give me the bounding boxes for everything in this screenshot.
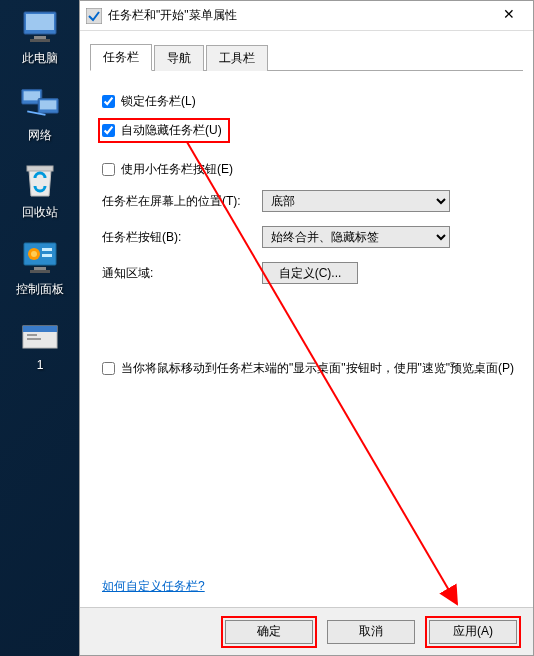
tab-toolbars[interactable]: 工具栏: [206, 45, 268, 71]
cancel-button[interactable]: 取消: [327, 620, 415, 644]
svg-rect-16: [30, 270, 50, 273]
autohide-taskbar-input[interactable]: [102, 124, 115, 137]
svg-rect-3: [30, 39, 50, 42]
peek-preview-checkbox[interactable]: 当你将鼠标移动到任务栏末端的"显示桌面"按钮时，使用"速览"预览桌面(P): [102, 360, 517, 377]
close-icon: ✕: [503, 6, 515, 22]
annotation-highlight-apply: 应用(A): [425, 616, 521, 648]
checkbox-label: 自动隐藏任务栏(U): [121, 122, 222, 139]
taskbar-position-select[interactable]: 底部: [262, 190, 450, 212]
taskbar-buttons-select[interactable]: 始终合并、隐藏标签: [262, 226, 450, 248]
svg-rect-13: [42, 248, 52, 251]
desktop-icon-label: 控制面板: [5, 281, 75, 298]
desktop-icon-label: 回收站: [5, 204, 75, 221]
peek-preview-input[interactable]: [102, 362, 115, 375]
dialog-button-row: 确定 取消 应用(A): [80, 607, 533, 655]
desktop-icon-label: 网络: [5, 127, 75, 144]
field-label: 任务栏按钮(B):: [102, 229, 262, 246]
computer-icon: [20, 8, 60, 46]
svg-rect-21: [86, 8, 102, 24]
lock-taskbar-input[interactable]: [102, 95, 115, 108]
dialog-title: 任务栏和"开始"菜单属性: [108, 7, 486, 24]
customize-notifications-button[interactable]: 自定义(C)...: [262, 262, 358, 284]
desktop-icon-network[interactable]: 网络: [5, 85, 75, 144]
annotation-highlight-autohide: 自动隐藏任务栏(U): [98, 118, 230, 143]
help-link[interactable]: 如何自定义任务栏?: [102, 578, 205, 595]
svg-rect-18: [23, 326, 57, 332]
tab-navigation[interactable]: 导航: [154, 45, 204, 71]
taskbar-position-row: 任务栏在屏幕上的位置(T): 底部: [102, 190, 517, 212]
desktop-icon-control-panel[interactable]: 控制面板: [5, 239, 75, 298]
checkbox-label: 锁定任务栏(L): [121, 93, 196, 110]
svg-rect-1: [26, 14, 54, 30]
apply-button[interactable]: 应用(A): [429, 620, 517, 644]
folder-icon: [20, 316, 60, 354]
svg-rect-5: [24, 91, 40, 100]
checkbox-label: 使用小任务栏按钮(E): [121, 161, 233, 178]
svg-rect-14: [42, 254, 52, 257]
autohide-taskbar-checkbox[interactable]: 自动隐藏任务栏(U): [102, 122, 222, 139]
desktop-icon-recycle-bin[interactable]: 回收站: [5, 162, 75, 221]
taskbar-properties-dialog: 任务栏和"开始"菜单属性 ✕ 任务栏 导航 工具栏 锁定任务栏(L) 自动隐藏任…: [79, 0, 534, 656]
desktop: 此电脑 网络 回收站 控制面板 1: [0, 0, 80, 656]
ok-button[interactable]: 确定: [225, 620, 313, 644]
field-label: 通知区域:: [102, 265, 262, 282]
close-button[interactable]: ✕: [486, 2, 531, 30]
svg-rect-9: [27, 166, 53, 171]
recycle-bin-icon: [20, 162, 60, 200]
taskbar-buttons-row: 任务栏按钮(B): 始终合并、隐藏标签: [102, 226, 517, 248]
app-icon: [86, 8, 102, 24]
svg-rect-7: [40, 100, 56, 109]
taskbar-tab-panel: 锁定任务栏(L) 自动隐藏任务栏(U) 使用小任务栏按钮(E) 任务栏在屏幕上的…: [80, 71, 533, 607]
tab-taskbar[interactable]: 任务栏: [90, 44, 152, 71]
titlebar[interactable]: 任务栏和"开始"菜单属性 ✕: [80, 1, 533, 31]
desktop-icon-folder-1[interactable]: 1: [5, 316, 75, 372]
annotation-highlight-ok: 确定: [221, 616, 317, 648]
desktop-icon-label: 1: [5, 358, 75, 372]
field-label: 任务栏在屏幕上的位置(T):: [102, 193, 262, 210]
tab-strip: 任务栏 导航 工具栏: [90, 43, 523, 71]
desktop-icon-label: 此电脑: [5, 50, 75, 67]
svg-rect-2: [34, 36, 46, 39]
svg-point-12: [31, 251, 37, 257]
control-panel-icon: [20, 239, 60, 277]
lock-taskbar-checkbox[interactable]: 锁定任务栏(L): [102, 93, 517, 110]
network-icon: [20, 85, 60, 123]
svg-rect-19: [27, 334, 37, 336]
small-buttons-input[interactable]: [102, 163, 115, 176]
notification-area-row: 通知区域: 自定义(C)...: [102, 262, 517, 284]
small-buttons-checkbox[interactable]: 使用小任务栏按钮(E): [102, 161, 517, 178]
checkbox-label: 当你将鼠标移动到任务栏末端的"显示桌面"按钮时，使用"速览"预览桌面(P): [121, 360, 514, 377]
desktop-icon-this-pc[interactable]: 此电脑: [5, 8, 75, 67]
svg-rect-15: [34, 267, 46, 270]
svg-rect-20: [27, 338, 41, 340]
